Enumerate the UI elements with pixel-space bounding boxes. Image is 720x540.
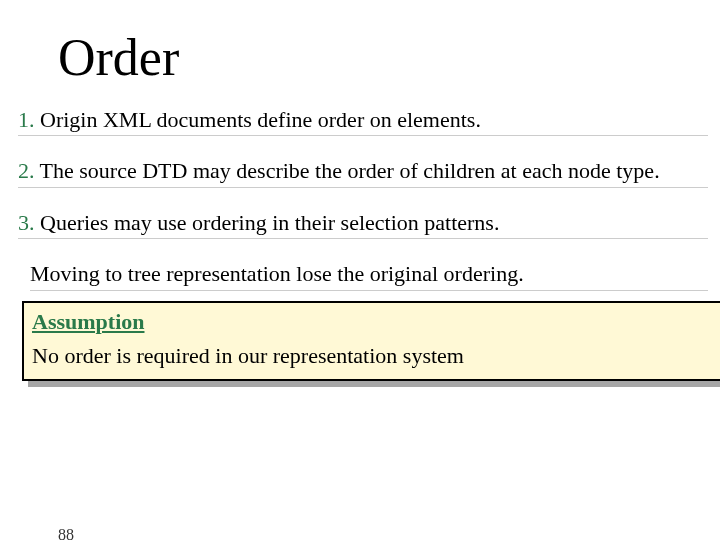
- page-number: 88: [58, 526, 74, 540]
- list-item: 2. The source DTD may describe the order…: [18, 158, 708, 187]
- list-item: 1. Origin XML documents define order on …: [18, 107, 708, 136]
- item-text: Queries may use ordering in their select…: [40, 210, 499, 235]
- note-text: Moving to tree representation lose the o…: [30, 261, 708, 290]
- slide-body: 1. Origin XML documents define order on …: [18, 107, 708, 381]
- slide-title: Order: [58, 28, 720, 87]
- item-text: The source DTD may describe the order of…: [40, 158, 660, 183]
- slide: Order 1. Origin XML documents define ord…: [0, 28, 720, 540]
- assumption-label: Assumption: [32, 309, 714, 335]
- item-number: 3.: [18, 210, 35, 235]
- item-number: 1.: [18, 107, 35, 132]
- list-item: 3. Queries may use ordering in their sel…: [18, 210, 708, 239]
- item-text: Origin XML documents define order on ele…: [40, 107, 481, 132]
- assumption-text: No order is required in our representati…: [32, 343, 464, 368]
- item-number: 2.: [18, 158, 35, 183]
- assumption-box: Assumption No order is required in our r…: [22, 301, 720, 381]
